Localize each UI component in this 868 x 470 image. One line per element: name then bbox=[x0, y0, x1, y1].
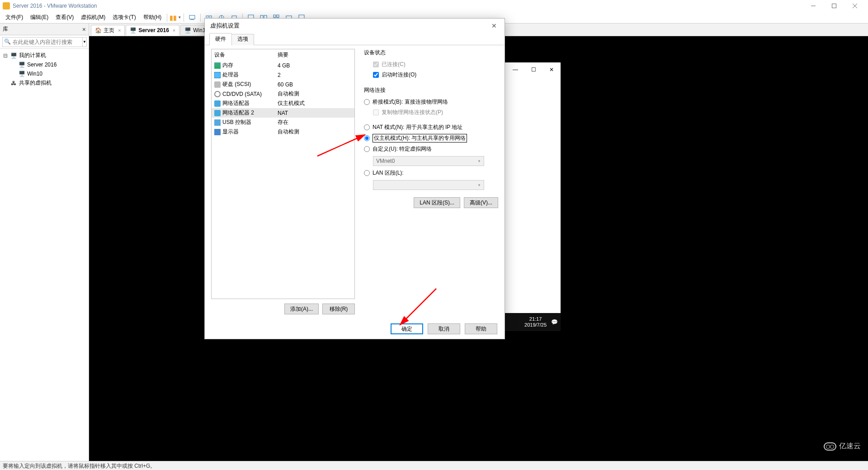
svg-rect-2 bbox=[190, 19, 194, 20]
remove-device-button[interactable]: 移除(R) bbox=[322, 304, 355, 314]
radio-bridged[interactable] bbox=[364, 99, 370, 105]
library-close-icon[interactable]: × bbox=[82, 26, 86, 33]
device-name: 硬盘 (SCSI) bbox=[222, 81, 251, 88]
statusbar-text: 要将输入定向到该虚拟机，请将鼠标指针移入其中或按 Ctrl+G。 bbox=[3, 463, 156, 469]
maximize-button[interactable] bbox=[824, 0, 844, 12]
device-name: 内存 bbox=[222, 62, 233, 69]
ok-button[interactable]: 确定 bbox=[391, 323, 423, 334]
chk-connected-label: 已连接(C) bbox=[382, 61, 406, 68]
pause-button[interactable]: ▮▮ ▼ bbox=[170, 12, 181, 23]
tree-shared-vms[interactable]: 🖧 共享的虚拟机 bbox=[0, 78, 89, 88]
library-panel: 库 × 🔍 ▼ ⊟ 🖥️ 我的计算机 🖥️ Server 2016 bbox=[0, 24, 89, 461]
device-name: 处理器 bbox=[222, 71, 239, 79]
device-list[interactable]: 设备 摘要 内存4 GB处理器2硬盘 (SCSI)60 GBCD/DVD (SA… bbox=[211, 49, 355, 299]
device-row[interactable]: 硬盘 (SCSI)60 GB bbox=[212, 80, 354, 89]
computer-icon: 🖥️ bbox=[10, 52, 17, 59]
radio-lan-segment-label: LAN 区段(L): bbox=[373, 169, 404, 177]
device-row[interactable]: 内存4 GB bbox=[212, 61, 354, 70]
device-summary: 4 GB bbox=[278, 62, 290, 69]
radio-custom[interactable] bbox=[364, 146, 370, 152]
chk-connected bbox=[373, 62, 379, 67]
device-summary: 存在 bbox=[278, 119, 288, 126]
notification-icon[interactable]: 💬 bbox=[551, 319, 558, 325]
tab-home[interactable]: 🏠 主页 × bbox=[91, 25, 125, 36]
tree-my-computer[interactable]: ⊟ 🖥️ 我的计算机 bbox=[0, 51, 89, 60]
chk-replicate bbox=[373, 109, 379, 115]
tree-label: 共享的虚拟机 bbox=[19, 79, 52, 87]
guest-minimize-button[interactable]: — bbox=[506, 63, 524, 76]
group-device-state: 设备状态 bbox=[364, 49, 498, 57]
device-summary: NAT bbox=[278, 110, 288, 116]
tree-vm-server2016[interactable]: 🖥️ Server 2016 bbox=[0, 60, 89, 69]
device-name: 网络适配器 2 bbox=[222, 109, 254, 117]
svg-rect-0 bbox=[832, 4, 836, 8]
chk-replicate-label: 复制物理网络连接状态(P) bbox=[382, 109, 443, 116]
guest-maximize-button[interactable]: ☐ bbox=[524, 63, 542, 76]
library-title: 库 bbox=[3, 25, 8, 33]
radio-host-only-label: 仅主机模式(H): 与主机共享的专用网络 bbox=[373, 134, 467, 142]
chk-connect-on-power-label: 启动时连接(O) bbox=[382, 71, 416, 79]
device-icon bbox=[214, 81, 221, 88]
tree-label: Server 2016 bbox=[27, 62, 57, 68]
radio-custom-label: 自定义(U): 特定虚拟网络 bbox=[373, 145, 432, 153]
radio-lan-segment[interactable] bbox=[364, 170, 370, 176]
help-button[interactable]: 帮助 bbox=[465, 323, 497, 334]
device-icon bbox=[214, 119, 221, 126]
dialog-close-button[interactable]: ✕ bbox=[487, 20, 501, 32]
col-device: 设备 bbox=[214, 51, 278, 59]
menu-tabs[interactable]: 选项卡(T) bbox=[109, 12, 139, 23]
device-name: USB 控制器 bbox=[222, 119, 251, 126]
combo-lan-segment: ▼ bbox=[373, 180, 484, 190]
radio-nat[interactable] bbox=[364, 124, 370, 130]
tab-close-icon[interactable]: × bbox=[173, 28, 175, 33]
radio-bridged-label: 桥接模式(B): 直接连接物理网络 bbox=[373, 98, 448, 106]
search-dropdown-button[interactable]: ▼ bbox=[83, 37, 87, 47]
device-summary: 60 GB bbox=[278, 81, 293, 88]
minimize-button[interactable] bbox=[803, 0, 824, 12]
device-row[interactable]: 网络适配器 2NAT bbox=[212, 108, 354, 118]
chk-connect-on-power[interactable] bbox=[373, 72, 379, 78]
tab-options[interactable]: 选项 bbox=[231, 34, 254, 45]
tree-label: Win10 bbox=[27, 71, 42, 77]
device-icon bbox=[214, 129, 221, 135]
cancel-button[interactable]: 取消 bbox=[428, 323, 460, 334]
device-row[interactable]: USB 控制器存在 bbox=[212, 118, 354, 127]
tab-hardware[interactable]: 硬件 bbox=[209, 33, 232, 45]
radio-host-only[interactable] bbox=[364, 135, 370, 141]
lan-segments-button[interactable]: LAN 区段(S)... bbox=[414, 197, 460, 208]
device-icon bbox=[214, 72, 221, 78]
device-name: 网络适配器 bbox=[222, 100, 250, 107]
menu-file[interactable]: 文件(F) bbox=[2, 12, 27, 23]
search-icon: 🔍 bbox=[4, 38, 11, 45]
advanced-button[interactable]: 高级(V)... bbox=[464, 197, 498, 208]
menu-help[interactable]: 帮助(H) bbox=[140, 12, 165, 23]
device-summary: 仅主机模式 bbox=[278, 100, 305, 107]
device-row[interactable]: 显示器自动检测 bbox=[212, 127, 354, 137]
menu-vm[interactable]: 虚拟机(M) bbox=[77, 12, 109, 23]
menu-view[interactable]: 查看(V) bbox=[52, 12, 77, 23]
tree-vm-win10[interactable]: 🖥️ Win10 bbox=[0, 69, 89, 78]
close-button[interactable] bbox=[844, 0, 865, 12]
guest-close-button[interactable]: ✕ bbox=[542, 63, 561, 76]
send-ctrl-alt-del-button[interactable] bbox=[186, 12, 198, 23]
tab-close-icon[interactable]: × bbox=[118, 28, 121, 33]
shared-icon: 🖧 bbox=[10, 80, 17, 87]
device-row[interactable]: 处理器2 bbox=[212, 70, 354, 80]
titlebar: Server 2016 - VMware Workstation bbox=[0, 0, 868, 12]
device-summary: 2 bbox=[278, 72, 281, 78]
menu-edit[interactable]: 编辑(E) bbox=[27, 12, 52, 23]
device-row[interactable]: 网络适配器仅主机模式 bbox=[212, 99, 354, 108]
watermark-icon bbox=[824, 442, 836, 451]
app-icon bbox=[3, 2, 10, 9]
add-device-button[interactable]: 添加(A)... bbox=[284, 304, 319, 314]
device-icon bbox=[214, 100, 221, 107]
statusbar: 要将输入定向到该虚拟机，请将鼠标指针移入其中或按 Ctrl+G。 bbox=[0, 461, 868, 470]
device-row[interactable]: CD/DVD (SATA)自动检测 bbox=[212, 89, 354, 99]
tree-label: 我的计算机 bbox=[19, 52, 46, 59]
tab-server2016[interactable]: 🖥️ Server 2016 × bbox=[126, 25, 179, 36]
device-icon bbox=[214, 91, 221, 97]
library-search-input[interactable] bbox=[2, 37, 83, 47]
device-name: 显示器 bbox=[222, 128, 239, 136]
svg-rect-10 bbox=[274, 15, 276, 17]
group-network-connection: 网络连接 bbox=[364, 86, 498, 94]
